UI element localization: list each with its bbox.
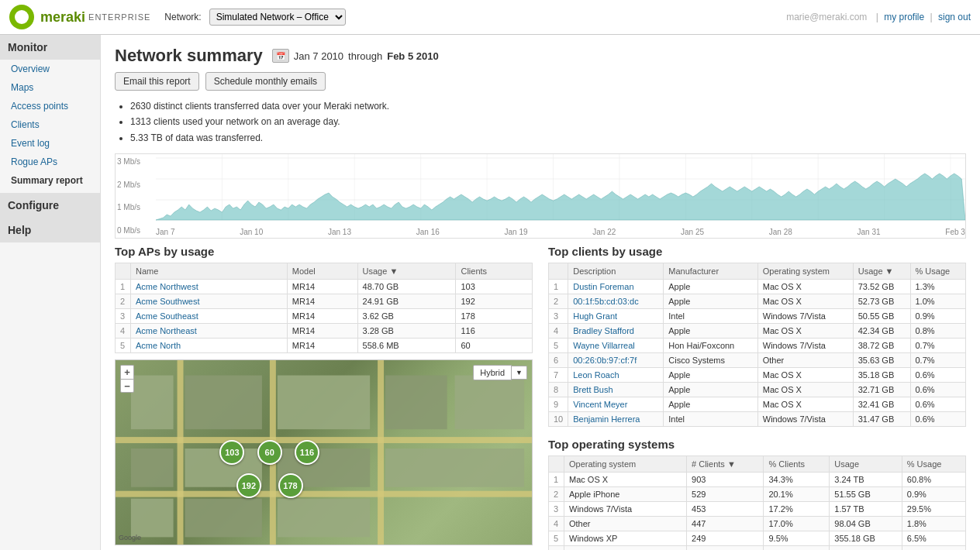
sidebar: Monitor Overview Maps Access points Clie… [0, 35, 101, 550]
table-row: 6 Debian-based Linux 7 0.3% 332.5 GB [549, 546, 966, 550]
os-pct-usage: 6.5% [902, 531, 965, 546]
client-desc[interactable]: 00:26:0b:97:cf:7f [568, 353, 664, 368]
top-tables-row: Top APs by usage Name Model Usage ▼ Clie… [115, 245, 966, 550]
os-pct-clients: 17.0% [764, 517, 830, 531]
map-badge-4[interactable]: 192 [236, 473, 261, 498]
client-usage: 35.63 GB [853, 353, 910, 368]
client-os: Mac OS X [757, 397, 853, 412]
client-desc[interactable]: Hugh Grant [568, 309, 664, 324]
client-mfr: Apple [664, 324, 758, 339]
hybrid-label[interactable]: Hybrid [473, 365, 512, 380]
schedule-emails-button[interactable]: Schedule monthly emails [205, 72, 326, 91]
client-os: Other [757, 353, 853, 368]
calendar-icon[interactable]: 📅 [272, 49, 289, 63]
map: + − Hybrid ▼ 103 60 116 192 178 Google [115, 359, 533, 545]
os-usage: 51.55 GB [830, 487, 902, 502]
col-pct[interactable]: % Usage [910, 263, 966, 280]
col-pct-usage[interactable]: % Usage [902, 456, 965, 473]
top-aps-section: Top APs by usage Name Model Usage ▼ Clie… [115, 245, 533, 550]
ap-name[interactable]: Acme Southwest [131, 294, 288, 309]
client-mfr: Hon Hai/Foxconn [664, 339, 758, 353]
sidebar-item-rogue-aps[interactable]: Rogue APs [0, 153, 100, 171]
row-num: 4 [549, 517, 564, 531]
row-num: 1 [549, 280, 568, 294]
sidebar-item-access-points[interactable]: Access points [0, 97, 100, 115]
col-usage[interactable]: Usage [830, 456, 902, 473]
row-num: 10 [549, 412, 568, 427]
os-pct-usage [902, 546, 965, 550]
map-badge-5[interactable]: 178 [278, 473, 303, 498]
network-select[interactable]: Simulated Network – Office [209, 9, 346, 26]
sidebar-item-maps[interactable]: Maps [0, 78, 100, 97]
sidebar-item-clients[interactable]: Clients [0, 115, 100, 134]
zoom-out-button[interactable]: − [120, 379, 134, 393]
hybrid-dropdown[interactable]: ▼ [512, 366, 527, 380]
map-badge-3[interactable]: 116 [295, 440, 319, 465]
col-clients[interactable]: Clients [456, 263, 533, 280]
table-row: 1 Acme Northwest MR14 48.70 GB 103 [116, 280, 533, 294]
client-pct: 0.7% [910, 353, 966, 368]
monitor-section[interactable]: Monitor [0, 35, 100, 60]
table-row: 3 Acme Southeast MR14 3.62 GB 178 [116, 309, 533, 324]
client-os: Mac OS X [757, 280, 853, 294]
row-num: 6 [549, 353, 568, 368]
sidebar-item-summary-report[interactable]: Summary report [0, 171, 100, 190]
client-desc[interactable]: 00:1f:5b:cd:03:dc [568, 294, 664, 309]
client-desc[interactable]: Bradley Stafford [568, 324, 664, 339]
row-num: 4 [549, 324, 568, 339]
top-clients-table: Description Manufacturer Operating syste… [548, 263, 966, 427]
os-usage: 332.5 GB [830, 546, 902, 550]
ap-name[interactable]: Acme Northeast [131, 324, 288, 339]
col-clients[interactable]: # Clients ▼ [687, 456, 764, 473]
date-range: 📅 Jan 7 2010 through Feb 5 2010 [272, 49, 439, 63]
ap-name[interactable]: Acme Southeast [131, 309, 288, 324]
sidebar-item-overview[interactable]: Overview [0, 60, 100, 78]
client-usage: 38.72 GB [853, 339, 910, 353]
help-section[interactable]: Help [0, 218, 100, 242]
configure-section[interactable]: Configure [0, 193, 100, 218]
table-row: 4 Acme Northeast MR14 3.28 GB 116 [116, 324, 533, 339]
sidebar-item-event-log[interactable]: Event log [0, 134, 100, 153]
col-model[interactable]: Model [287, 263, 357, 280]
svg-marker-16 [156, 174, 965, 220]
chart-svg [156, 154, 965, 224]
row-num: 2 [549, 487, 564, 502]
svg-rect-27 [131, 449, 174, 487]
client-desc[interactable]: Brett Bush [568, 383, 664, 397]
client-desc[interactable]: Leon Roach [568, 368, 664, 383]
main-content: Network summary 📅 Jan 7 2010 through Feb… [101, 35, 980, 550]
client-desc[interactable]: Vincent Meyer [568, 397, 664, 412]
col-os[interactable]: Operating system [757, 263, 853, 280]
col-pct-clients[interactable]: % Clients [764, 456, 830, 473]
client-os: Windows 7/Vista [757, 339, 853, 353]
bandwidth-chart: 3 Mb/s 2 Mb/s 1 Mb/s 0 Mb/s [115, 153, 966, 239]
zoom-in-button[interactable]: + [120, 365, 134, 379]
row-num: 1 [549, 473, 564, 487]
os-usage: 1.57 TB [830, 502, 902, 517]
client-usage: 52.73 GB [853, 294, 910, 309]
map-badge-2[interactable]: 60 [257, 440, 282, 465]
col-usage[interactable]: Usage ▼ [853, 263, 910, 280]
col-usage[interactable]: Usage ▼ [357, 263, 456, 280]
table-row: 6 00:26:0b:97:cf:7f Cisco Systems Other … [549, 353, 966, 368]
sign-out-link[interactable]: sign out [938, 12, 971, 22]
ap-name[interactable]: Acme North [131, 339, 288, 353]
client-mfr: Apple [664, 280, 758, 294]
ap-name[interactable]: Acme Northwest [131, 280, 288, 294]
os-pct-usage: 0.9% [902, 487, 965, 502]
map-badge-1[interactable]: 103 [219, 440, 244, 465]
col-name[interactable]: Name [131, 263, 288, 280]
top-aps-title: Top APs by usage [115, 245, 533, 258]
email-report-button[interactable]: Email this report [115, 72, 199, 91]
client-desc[interactable]: Benjamin Herrera [568, 412, 664, 427]
client-mfr: Apple [664, 368, 758, 383]
col-os[interactable]: Operating system [564, 456, 687, 473]
col-mfr[interactable]: Manufacturer [664, 263, 758, 280]
my-profile-link[interactable]: my profile [884, 12, 924, 22]
topbar: meraki ENTERPRISE Network: Simulated Net… [0, 0, 980, 35]
client-desc[interactable]: Wayne Villarreal [568, 339, 664, 353]
client-desc[interactable]: Dustin Foreman [568, 280, 664, 294]
client-os: Windows 7/Vista [757, 309, 853, 324]
svg-rect-32 [185, 499, 262, 538]
col-desc[interactable]: Description [568, 263, 664, 280]
